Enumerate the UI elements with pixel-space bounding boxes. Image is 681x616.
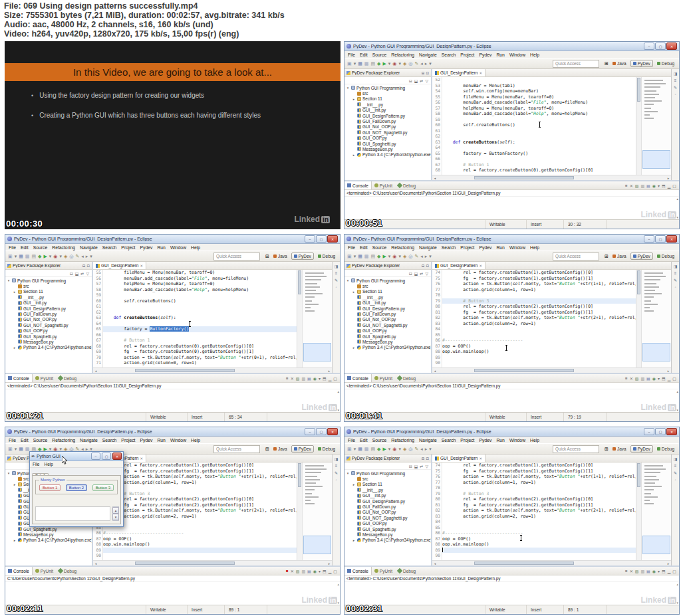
debug-icon[interactable]: ◆: [38, 447, 41, 451]
run-icon[interactable]: ▶: [382, 447, 386, 451]
perspective-pydev[interactable]: PyDev: [630, 445, 653, 453]
button-2[interactable]: Button 2: [66, 484, 87, 491]
scroll-lock-icon[interactable]: ▥: [640, 183, 644, 188]
quick-access-box[interactable]: Quick Access: [213, 445, 260, 453]
tree-item[interactable]: GUI_NOT_Spaghetti.py: [344, 130, 431, 135]
menu-search[interactable]: Search: [102, 438, 117, 443]
clear-console-icon[interactable]: ▧: [635, 183, 639, 188]
package-explorer-tab[interactable]: PyDev Package Explorer: [352, 456, 400, 461]
display-selected-icon[interactable]: ▾: [658, 376, 660, 381]
scroll-up-icon[interactable]: ▴: [112, 507, 119, 514]
menu-search[interactable]: Search: [442, 245, 456, 250]
minimize-view-icon[interactable]: ⊟: [422, 457, 425, 461]
coverage-icon[interactable]: ◉: [392, 61, 396, 66]
scrolled-text-area[interactable]: [35, 506, 110, 521]
display-selected-icon[interactable]: ▾: [658, 183, 660, 188]
close-console-icon[interactable]: ✕: [630, 183, 633, 188]
more-dropdown-icon[interactable]: ▾: [429, 61, 432, 66]
console-tab[interactable]: Console: [344, 567, 372, 575]
scroll-right-icon[interactable]: ▸: [666, 176, 671, 180]
tree-item[interactable]: ▸Section 11: [344, 482, 431, 487]
perspective-java[interactable]: Java: [271, 446, 289, 452]
run-dropdown-icon[interactable]: ▾: [388, 61, 391, 66]
maximize-button[interactable]: ▢: [655, 235, 666, 243]
tree-item[interactable]: GUI__init.py: [344, 493, 431, 498]
print-icon[interactable]: ▤: [31, 254, 36, 258]
new-dropdown-icon[interactable]: ▾: [354, 61, 356, 66]
debug-tab[interactable]: Debug: [56, 567, 79, 575]
pyunit-tab[interactable]: PyUnit: [372, 181, 395, 189]
tree-item[interactable]: MessageBox.py: [5, 339, 92, 344]
open-perspective-icon[interactable]: ⊞: [265, 447, 269, 451]
minimize-button[interactable]: –: [644, 428, 654, 435]
close-console-icon[interactable]: ✕: [291, 569, 294, 573]
new-wizard-icon[interactable]: ▣: [8, 254, 13, 258]
debug-tab[interactable]: Debug: [56, 374, 79, 382]
menu-project[interactable]: Project: [460, 245, 474, 250]
perspective-debug[interactable]: Debug: [655, 253, 676, 259]
coverage-dropdown-icon[interactable]: ▾: [398, 447, 401, 451]
menu-project[interactable]: Project: [460, 52, 474, 57]
open-console-icon[interactable]: ⬒: [662, 183, 666, 188]
restore-view-icon[interactable]: ◨: [674, 457, 678, 461]
menu-edit[interactable]: Edit: [21, 245, 29, 250]
new-java-icon[interactable]: ◈: [64, 447, 67, 451]
maximize-view-icon[interactable]: ▢: [333, 376, 337, 381]
menu-window[interactable]: Window: [509, 52, 525, 57]
maximize-button[interactable]: ▢: [655, 428, 666, 435]
coverage-icon[interactable]: ◉: [392, 447, 396, 451]
package-explorer-tab[interactable]: PyDev Package Explorer: [13, 263, 61, 268]
perspective-java[interactable]: Java: [611, 253, 628, 259]
new-java-icon[interactable]: ◈: [403, 254, 406, 258]
forward-icon[interactable]: ▸: [86, 254, 88, 258]
menu-navigate[interactable]: Navigate: [419, 52, 437, 57]
outline-view-icon[interactable]: ≡: [674, 78, 677, 82]
task-list-icon[interactable]: ✎: [674, 470, 677, 475]
menu-navigate[interactable]: Navigate: [80, 438, 98, 443]
menu-file[interactable]: File: [348, 52, 355, 57]
save-icon[interactable]: ▦: [358, 254, 362, 258]
filters-icon[interactable]: ⬓: [414, 271, 418, 276]
view-menu-icon[interactable]: ▽: [425, 78, 428, 83]
editor-horizontal-scrollbar[interactable]: ◂▸: [432, 175, 671, 180]
run-icon[interactable]: ▶: [382, 61, 386, 66]
close-button[interactable]: ✕: [666, 235, 677, 243]
close-console-icon[interactable]: ✕: [630, 376, 633, 381]
restore-view-icon[interactable]: ◨: [674, 71, 678, 76]
scroll-down-icon[interactable]: ▾: [112, 514, 119, 520]
popup-maximize-button[interactable]: ▢: [102, 453, 111, 460]
annotate-icon[interactable]: ✎: [414, 447, 418, 451]
open-perspective-icon[interactable]: ⊞: [605, 447, 609, 451]
word-wrap-icon[interactable]: ▤: [646, 569, 650, 573]
tree-item[interactable]: MessageBox.py: [5, 532, 92, 537]
console-scroll-down-icon[interactable]: ▾: [337, 408, 339, 412]
menu-run[interactable]: Run: [496, 245, 504, 250]
minimize-button[interactable]: –: [644, 235, 654, 243]
button-1[interactable]: Button 1: [39, 484, 61, 491]
scrollbar-thumb[interactable]: [298, 463, 301, 487]
button-3[interactable]: Button 3: [92, 484, 114, 491]
more-dropdown-icon[interactable]: ▾: [90, 254, 92, 258]
maximize-view-icon[interactable]: ⊡: [86, 264, 90, 268]
tree-item[interactable]: GUI_DesignPattern.py: [344, 113, 431, 118]
tree-item[interactable]: GUI_FallDown.py: [344, 504, 431, 509]
open-perspective-icon[interactable]: ⊞: [605, 254, 609, 258]
menu-help[interactable]: Help: [530, 245, 539, 250]
tree-item[interactable]: GUI_FallDown.py: [344, 311, 431, 316]
scroll-left-icon[interactable]: ◂: [432, 369, 438, 373]
menu-project[interactable]: Project: [121, 245, 135, 250]
minimize-view-icon[interactable]: ▁: [329, 569, 332, 573]
code-area[interactable]: rel = factory.createButton(1).getButtonC…: [442, 270, 636, 367]
minimize-view-icon[interactable]: ▁: [329, 376, 332, 381]
editor-vertical-scrollbar[interactable]: [636, 270, 641, 367]
pyunit-tab[interactable]: PyUnit: [33, 374, 56, 382]
forward-icon[interactable]: ▸: [425, 61, 428, 66]
restore-view-icon[interactable]: ◨: [674, 264, 678, 268]
tree-item[interactable]: src: [344, 90, 431, 96]
run-icon[interactable]: ▶: [43, 254, 47, 258]
new-java-icon[interactable]: ◈: [403, 447, 406, 451]
scrollbar-thumb[interactable]: [637, 270, 640, 294]
console-tab[interactable]: Console: [344, 181, 372, 189]
menu-edit[interactable]: Edit: [360, 245, 368, 250]
stop-icon[interactable]: ■: [286, 569, 289, 573]
